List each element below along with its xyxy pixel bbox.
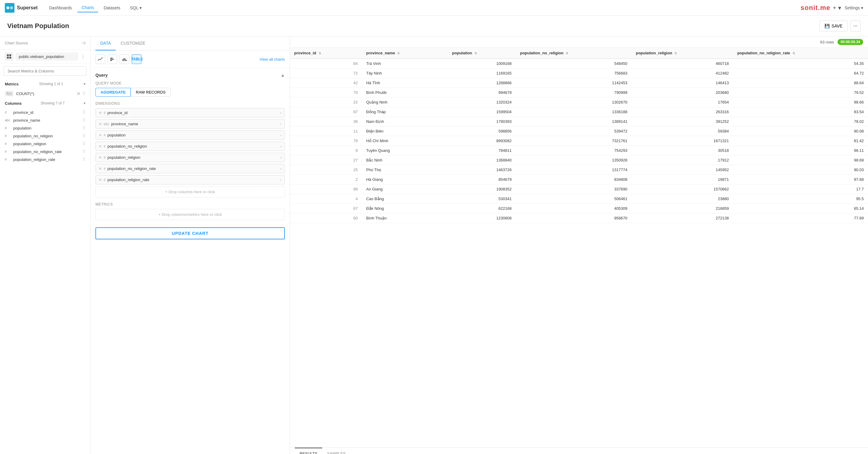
col-header-province-id[interactable]: province_id ⇅ bbox=[290, 48, 362, 59]
cell-population: 1009168 bbox=[448, 59, 516, 68]
metrics-section-header[interactable]: Metrics Showing 1 of 1 ▾ bbox=[0, 79, 90, 89]
cell-population-no-religion: 7321761 bbox=[516, 136, 631, 146]
dim-remove-btn[interactable]: ✕ bbox=[99, 167, 102, 171]
chart-bar-v-icon[interactable] bbox=[120, 54, 129, 64]
dim-remove-btn[interactable]: ✕ bbox=[99, 178, 102, 182]
table-row: 87 Đồng Tháp 1599504 1336188 263316 83.5… bbox=[290, 107, 868, 117]
drop-columns-zone[interactable]: + Drop columns here or click bbox=[95, 186, 285, 197]
tab-samples[interactable]: SAMPLES bbox=[322, 448, 350, 454]
cell-population-religion: 30518 bbox=[631, 146, 733, 156]
query-chevron[interactable]: ▲ bbox=[281, 73, 285, 77]
cell-population-no-religion: 405309 bbox=[516, 204, 631, 214]
cell-population-no-religion: 1350928 bbox=[516, 156, 631, 165]
dim-arrow-btn[interactable]: › bbox=[280, 178, 281, 182]
cell-population-no-religion-rate: 90.08 bbox=[733, 127, 868, 136]
dimension-item: ✕ # population_no_religion_rate › bbox=[95, 164, 285, 173]
chart-table-icon[interactable]: TABLE bbox=[132, 54, 141, 64]
dim-remove-btn[interactable]: ✕ bbox=[99, 133, 102, 137]
cell-population: 530341 bbox=[448, 194, 516, 204]
settings-button[interactable]: Settings ▾ bbox=[845, 5, 863, 10]
dim-arrow-btn[interactable]: › bbox=[280, 156, 281, 160]
dim-type-icon: # bbox=[103, 133, 106, 137]
dim-remove-btn[interactable]: ✕ bbox=[99, 122, 102, 126]
query-mode-label: QUERY MODE bbox=[95, 81, 285, 86]
nav-sql[interactable]: SQL ▾ bbox=[126, 4, 146, 12]
cell-province-name: Hà Tĩnh bbox=[362, 78, 447, 88]
cell-population-no-religion: 754293 bbox=[516, 146, 631, 156]
cell-province-name: Hồ Chí Minh bbox=[362, 136, 447, 146]
table-row: 27 Bắc Ninh 1368840 1350928 17912 98.69 bbox=[290, 156, 868, 165]
chart-type-label: TABLE bbox=[131, 57, 143, 61]
col-drag-handle[interactable]: ⠿ bbox=[83, 149, 86, 154]
cell-province-id: 67 bbox=[290, 204, 362, 214]
dimension-item: ✕ # population_no_religion › bbox=[95, 141, 285, 151]
tab-results[interactable]: RESULTS bbox=[295, 448, 322, 454]
columns-section-header[interactable]: Columns Showing 7 of 7 ▾ bbox=[0, 98, 90, 108]
dim-name: population_no_religion_rate bbox=[107, 166, 278, 171]
metric-table-icon[interactable]: ⊞ bbox=[77, 92, 80, 96]
table-header-row: province_id ⇅ province_name ⇅ population… bbox=[290, 48, 868, 59]
metrics-label: METRICS bbox=[95, 202, 285, 206]
col-header-province-name[interactable]: province_name ⇅ bbox=[362, 48, 447, 59]
dim-name: province_name bbox=[111, 122, 278, 126]
dim-remove-btn[interactable]: ✕ bbox=[99, 156, 102, 160]
nav-dashboards[interactable]: Dashboards bbox=[45, 4, 76, 12]
dim-name: population bbox=[107, 133, 278, 137]
cell-population-religion: 145952 bbox=[631, 165, 733, 175]
col-drag-handle[interactable]: ⠿ bbox=[83, 118, 86, 123]
cell-population-religion: 23880 bbox=[631, 194, 733, 204]
aggregate-btn[interactable]: AGGREGATE bbox=[95, 88, 131, 97]
dim-arrow-btn[interactable]: › bbox=[280, 133, 281, 137]
col-drag-handle[interactable]: ⠿ bbox=[83, 157, 86, 162]
nav-charts[interactable]: Charts bbox=[77, 3, 98, 12]
col-drag-handle[interactable]: ⠿ bbox=[83, 110, 86, 115]
logo[interactable]: Superset bbox=[5, 3, 37, 13]
dataset-grid-icon[interactable] bbox=[5, 52, 13, 61]
dim-arrow-btn[interactable]: › bbox=[280, 111, 281, 115]
drop-metrics-zone[interactable]: + Drop columns/metrics here or click bbox=[95, 209, 285, 220]
cell-province-name: Đồng Tháp bbox=[362, 107, 447, 117]
tab-data[interactable]: DATA bbox=[95, 36, 116, 51]
save-label: SAVE bbox=[832, 24, 842, 28]
column-item: # population_no_religion ⠿ bbox=[0, 132, 90, 140]
chart-bar-h-icon[interactable] bbox=[107, 54, 117, 64]
table-row: 36 Nam Định 1780393 1389141 391252 78.02 bbox=[290, 117, 868, 127]
chart-line-icon[interactable] bbox=[95, 54, 105, 64]
metric-drag-handle[interactable]: ⠿ bbox=[83, 91, 86, 96]
col-drag-handle[interactable]: ⠿ bbox=[83, 133, 86, 138]
search-input[interactable] bbox=[4, 66, 87, 76]
dim-remove-btn[interactable]: ✕ bbox=[99, 111, 102, 115]
col-type-icon: # bbox=[5, 126, 11, 130]
dim-arrow-btn[interactable]: › bbox=[280, 144, 281, 149]
dim-arrow-btn[interactable]: › bbox=[280, 122, 281, 126]
col-type-icon: # bbox=[5, 142, 11, 145]
col-header-population[interactable]: population ⇅ bbox=[448, 48, 516, 59]
svg-rect-5 bbox=[7, 57, 9, 59]
table-row: 42 Hà Tĩnh 1288866 1142453 146413 88.64 bbox=[290, 78, 868, 88]
col-drag-handle[interactable]: ⠿ bbox=[83, 126, 86, 130]
dataset-more-button[interactable]: ⋮ bbox=[81, 54, 86, 60]
cell-population-no-religion: 756683 bbox=[516, 68, 631, 78]
search-box bbox=[4, 66, 87, 76]
save-button[interactable]: 💾 SAVE bbox=[819, 21, 847, 31]
dim-remove-btn[interactable]: ✕ bbox=[99, 144, 102, 149]
tab-customize[interactable]: CUSTOMIZE bbox=[116, 36, 150, 51]
more-button[interactable]: ··· bbox=[850, 21, 861, 31]
cell-population-religion: 272138 bbox=[631, 214, 733, 223]
col-header-population-no-religion-rate[interactable]: population_no_religion_rate ⇅ bbox=[733, 48, 868, 59]
cell-population: 8993082 bbox=[448, 136, 516, 146]
dim-arrow-btn[interactable]: › bbox=[280, 167, 281, 171]
cell-population: 854679 bbox=[448, 175, 516, 185]
col-drag-handle[interactable]: ⠿ bbox=[83, 141, 86, 146]
nav-datasets[interactable]: Datasets bbox=[99, 4, 124, 12]
data-table-container[interactable]: province_id ⇅ province_name ⇅ population… bbox=[290, 48, 868, 447]
raw-records-btn[interactable]: RAW RECORDS bbox=[131, 88, 170, 97]
column-item: # province_id ⠿ bbox=[0, 108, 90, 116]
cell-population-religion: 19871 bbox=[631, 175, 733, 185]
col-header-population-no-religion[interactable]: population_no_religion ⇅ bbox=[516, 48, 631, 59]
col-header-population-religion[interactable]: population_religion ⇅ bbox=[631, 48, 733, 59]
update-chart-button[interactable]: UPDATE CHART bbox=[95, 227, 285, 239]
collapse-button[interactable]: ⊣ bbox=[81, 40, 86, 46]
view-all-charts-link[interactable]: View all charts bbox=[259, 57, 285, 62]
add-button[interactable]: + ▾ bbox=[833, 4, 841, 11]
